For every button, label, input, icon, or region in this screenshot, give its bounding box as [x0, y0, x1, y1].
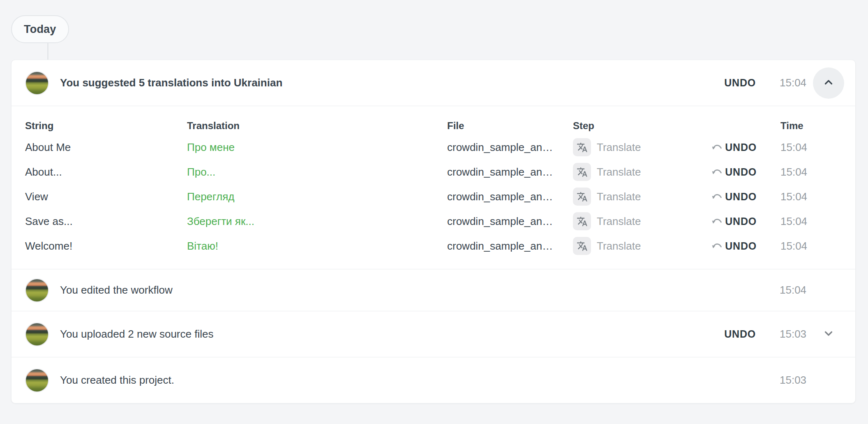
undo-label: UNDO	[725, 240, 757, 252]
undo-icon	[711, 141, 723, 153]
undo-button[interactable]: UNDO	[711, 215, 757, 227]
undo-button[interactable]: UNDO	[724, 328, 756, 340]
translate-icon	[573, 212, 591, 230]
undo-cell: UNDO	[703, 240, 757, 252]
step-cell: Translate	[573, 188, 703, 206]
undo-label: UNDO	[725, 215, 757, 227]
row-time: 15:04	[757, 141, 844, 154]
entry-time: 15:04	[756, 76, 813, 89]
entry-time: 15:03	[756, 328, 813, 341]
avatar	[25, 71, 49, 95]
translation-link[interactable]: Про мене	[187, 141, 447, 154]
undo-cell: UNDO	[703, 166, 757, 178]
step-label: Translate	[597, 240, 641, 253]
undo-icon	[711, 240, 723, 252]
chevron-down-icon	[822, 327, 835, 341]
activity-entry-suggested: You suggested 5 translations into Ukrain…	[12, 60, 855, 106]
activity-card: You suggested 5 translations into Ukrain…	[11, 60, 856, 403]
activity-entry-uploaded: You uploaded 2 new source files UNDO 15:…	[12, 311, 855, 357]
expand-area	[813, 67, 844, 99]
step-label: Translate	[597, 166, 641, 178]
file-cell: crowdin_sample_an…	[447, 215, 573, 228]
expand-area	[813, 319, 844, 350]
undo-label: UNDO	[725, 191, 757, 203]
translation-link[interactable]: Зберегти як...	[187, 215, 447, 228]
step-label: Translate	[597, 215, 641, 228]
step-cell: Translate	[573, 138, 703, 156]
undo-column: UNDO	[724, 77, 756, 89]
row-time: 15:04	[757, 240, 844, 253]
expand-button[interactable]	[813, 319, 844, 350]
undo-button[interactable]: UNDO	[724, 77, 756, 89]
col-header-time: Time	[757, 120, 844, 132]
avatar	[25, 278, 49, 302]
file-cell: crowdin_sample_an…	[447, 141, 573, 154]
col-header-step: Step	[573, 120, 703, 132]
date-badge: Today	[11, 15, 69, 43]
undo-cell: UNDO	[703, 215, 757, 227]
translate-icon	[573, 138, 591, 156]
string-cell: Welcome!	[25, 240, 187, 253]
undo-button[interactable]: UNDO	[711, 141, 757, 153]
undo-icon	[711, 215, 723, 227]
table-row: Save as... Зберегти як... crowdin_sample…	[25, 209, 844, 234]
string-cell: About...	[25, 166, 187, 178]
col-header-string: String	[25, 120, 187, 132]
col-header-file: File	[447, 120, 573, 132]
translation-link[interactable]: Вітаю!	[187, 240, 447, 253]
table-row: About Me Про мене crowdin_sample_an… Tra…	[25, 135, 844, 160]
undo-cell: UNDO	[703, 191, 757, 203]
entry-time: 15:03	[756, 374, 813, 387]
step-cell: Translate	[573, 212, 703, 230]
undo-cell: UNDO	[703, 141, 757, 153]
step-label: Translate	[597, 190, 641, 203]
row-time: 15:04	[757, 190, 844, 203]
activity-title: You created this project.	[60, 374, 756, 387]
step-cell: Translate	[573, 163, 703, 181]
undo-label: UNDO	[725, 166, 757, 178]
activity-title: You suggested 5 translations into Ukrain…	[60, 76, 724, 89]
table-header-row: String Translation File Step Time	[25, 117, 844, 135]
undo-button[interactable]: UNDO	[711, 240, 757, 252]
string-cell: About Me	[25, 141, 187, 154]
translate-icon	[573, 163, 591, 181]
collapse-button[interactable]	[813, 67, 844, 99]
avatar	[25, 368, 49, 392]
table-row: About... Про... crowdin_sample_an… Trans…	[25, 160, 844, 184]
col-header-translation: Translation	[187, 120, 447, 132]
translation-link[interactable]: Перегляд	[187, 190, 447, 203]
undo-icon	[711, 191, 723, 203]
timeline-header: Today	[0, 15, 868, 60]
step-label: Translate	[597, 141, 641, 154]
activity-entry-created: You created this project. 15:03	[12, 357, 855, 403]
table-row: View Перегляд crowdin_sample_an… Transla…	[25, 184, 844, 209]
entry-time: 15:04	[756, 284, 813, 297]
chevron-up-icon	[822, 76, 835, 90]
undo-button[interactable]: UNDO	[711, 191, 757, 203]
translate-icon	[573, 188, 591, 206]
undo-column: UNDO	[724, 328, 756, 340]
step-cell: Translate	[573, 237, 703, 255]
activity-entry-workflow: You edited the workflow 15:04	[12, 269, 855, 311]
activity-title: You edited the workflow	[60, 284, 756, 297]
timeline-connector	[47, 43, 48, 60]
row-time: 15:04	[757, 166, 844, 178]
translation-link[interactable]: Про...	[187, 166, 447, 178]
file-cell: crowdin_sample_an…	[447, 190, 573, 203]
undo-icon	[711, 166, 723, 178]
row-time: 15:04	[757, 215, 844, 228]
string-cell: Save as...	[25, 215, 187, 228]
avatar	[25, 322, 49, 346]
file-cell: crowdin_sample_an…	[447, 240, 573, 253]
translations-table: String Translation File Step Time About …	[12, 106, 855, 269]
file-cell: crowdin_sample_an…	[447, 166, 573, 178]
undo-label: UNDO	[725, 141, 757, 153]
table-row: Welcome! Вітаю! crowdin_sample_an… Trans…	[25, 234, 844, 258]
undo-button[interactable]: UNDO	[711, 166, 757, 178]
activity-page: Today You suggested 5 translations into …	[0, 0, 868, 424]
translate-icon	[573, 237, 591, 255]
activity-title: You uploaded 2 new source files	[60, 328, 724, 341]
string-cell: View	[25, 190, 187, 203]
